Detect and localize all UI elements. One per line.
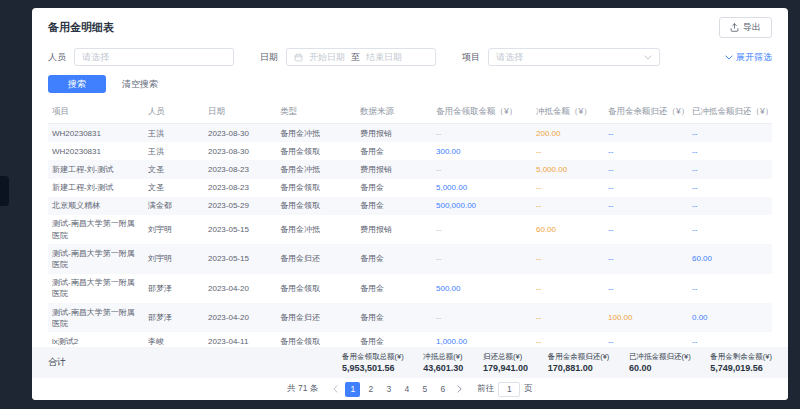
cell-offset_return: -- <box>688 142 772 160</box>
page-button[interactable]: 1 <box>345 382 360 397</box>
cell-received: 5,000.00 <box>432 179 532 197</box>
page-header: 备用金明细表 导出 <box>32 8 788 43</box>
cell-offset_return: -- <box>688 274 772 303</box>
cell-project: 新建工程-刘-测试 <box>48 179 144 197</box>
date-range-picker[interactable]: 开始日期 至 结束日期 <box>286 48 436 66</box>
summary-item-value: 5,953,501.56 <box>342 363 404 373</box>
summary-item: 备用金余额归还(¥)170,881.00 <box>548 352 610 373</box>
cell-offset_return: -- <box>688 179 772 197</box>
summary-item-value: 43,601.30 <box>423 363 463 373</box>
cell-offset: -- <box>532 303 604 332</box>
cell-balance_return: -- <box>604 244 688 273</box>
summary-item-label: 备用金领取总额(¥) <box>342 352 404 362</box>
cell-project: 北京顺义精林 <box>48 197 144 215</box>
pagination-total: 共 71 条 <box>287 383 318 395</box>
expand-filters-link[interactable]: 展开筛选 <box>725 51 772 64</box>
cell-offset_return: -- <box>688 197 772 215</box>
cell-source: 备用金 <box>356 179 432 197</box>
summary-bar: 合计 备用金领取总额(¥)5,953,501.56冲抵总额(¥)43,601.3… <box>32 347 788 378</box>
page-button[interactable]: 4 <box>399 382 414 397</box>
summary-label: 合计 <box>48 356 342 369</box>
cell-offset_return: 0.00 <box>688 303 772 332</box>
cell-received: -- <box>432 244 532 273</box>
table-row: 北京顺义精林满金都2023-05-29备用金领取备用金500,000.00---… <box>48 197 772 215</box>
summary-item: 备用金领取总额(¥)5,953,501.56 <box>342 352 404 373</box>
cell-offset_return: -- <box>688 124 772 143</box>
summary-item-value: 170,881.00 <box>548 363 610 373</box>
pagination-bar: 共 71 条 123456 前往 页 <box>32 378 788 400</box>
cell-offset: -- <box>532 179 604 197</box>
cell-offset_return: 60.00 <box>688 244 772 273</box>
cell-date: 2023-05-29 <box>204 197 276 215</box>
clear-search-button[interactable]: 清空搜索 <box>122 78 158 91</box>
column-header: 数据来源 <box>356 101 432 124</box>
cell-received: 300.00 <box>432 142 532 160</box>
cell-offset: -- <box>532 142 604 160</box>
page-button[interactable]: 6 <box>435 382 450 397</box>
goto-label: 前往 <box>477 383 494 395</box>
cell-person: 邵梦泽 <box>144 274 204 303</box>
cell-project: 测试-南昌大学第一附属医院 <box>48 244 144 273</box>
cell-type: 备用金归还 <box>276 303 356 332</box>
cell-balance_return: -- <box>604 160 688 178</box>
page-button[interactable]: 2 <box>363 382 378 397</box>
project-select[interactable]: 请选择 <box>488 48 660 66</box>
prev-page-button[interactable] <box>331 385 340 393</box>
date-end-placeholder: 结束日期 <box>366 51 402 64</box>
project-select-placeholder: 请选择 <box>496 51 523 64</box>
sidebar-drawer-handle[interactable] <box>0 176 9 206</box>
cell-received: -- <box>432 303 532 332</box>
summary-item-label: 备用金余额归还(¥) <box>548 352 610 362</box>
cell-source: 备用金 <box>356 142 432 160</box>
goto-page-input[interactable] <box>498 382 520 397</box>
column-header: 项目 <box>48 101 144 124</box>
cell-type: 备用金领取 <box>276 142 356 160</box>
expand-filters-label: 展开筛选 <box>736 51 772 64</box>
cell-offset: 60.00 <box>532 215 604 244</box>
export-button-label: 导出 <box>743 21 761 34</box>
cell-type: 备用金归还 <box>276 244 356 273</box>
table-row: 新建工程-刘-测试文圣2023-08-23备用金冲抵费用报销--5,000.00… <box>48 160 772 178</box>
column-header: 人员 <box>144 101 204 124</box>
cell-source: 备用金 <box>356 244 432 273</box>
page-button[interactable]: 5 <box>417 382 432 397</box>
page-title: 备用金明细表 <box>48 20 114 35</box>
cell-offset_return: -- <box>688 160 772 178</box>
chevron-down-icon <box>644 55 652 60</box>
table-row: 测试-南昌大学第一附属医院刘宇明2023-05-15备用金归还备用金------… <box>48 244 772 273</box>
export-button[interactable]: 导出 <box>719 17 772 38</box>
cell-person: 满金都 <box>144 197 204 215</box>
cell-source: 备用金 <box>356 197 432 215</box>
date-filter-label: 日期 <box>260 51 278 64</box>
cell-project: 测试-南昌大学第一附属医院 <box>48 303 144 332</box>
project-filter-label: 项目 <box>462 51 480 64</box>
cell-received: -- <box>432 160 532 178</box>
cell-project: WH20230831 <box>48 142 144 160</box>
cell-balance_return: 100.00 <box>604 303 688 332</box>
data-table-container: 项目人员日期类型数据来源备用金领取金额（¥）冲抵金额（¥）备用金余额归还（¥）已… <box>32 101 788 347</box>
cell-balance_return: -- <box>604 142 688 160</box>
cell-source: 费用报销 <box>356 160 432 178</box>
cell-source: 费用报销 <box>356 215 432 244</box>
summary-item: 冲抵总额(¥)43,601.30 <box>423 352 463 373</box>
next-page-button[interactable] <box>455 385 464 393</box>
cell-offset: -- <box>532 274 604 303</box>
summary-item-label: 已冲抵金额归还(¥) <box>629 352 691 362</box>
cell-received: 1,000.00 <box>432 332 532 347</box>
cell-source: 费用报销 <box>356 124 432 143</box>
cell-project: 测试-南昌大学第一附属医院 <box>48 215 144 244</box>
page-button[interactable]: 3 <box>381 382 396 397</box>
cell-offset: 5,000.00 <box>532 160 604 178</box>
cell-balance_return: -- <box>604 124 688 143</box>
cell-received: -- <box>432 215 532 244</box>
summary-item-label: 归还总额(¥) <box>483 352 528 362</box>
date-separator: 至 <box>351 51 360 64</box>
calendar-icon <box>294 53 303 62</box>
summary-items: 备用金领取总额(¥)5,953,501.56冲抵总额(¥)43,601.30归还… <box>342 352 772 373</box>
table-body: WH20230831王洪2023-08-30备用金冲抵费用报销--200.00-… <box>48 124 772 348</box>
filter-actions: 搜索 清空搜索 <box>32 69 788 101</box>
table-row: 新建工程-刘-测试文圣2023-08-23备用金领取备用金5,000.00---… <box>48 179 772 197</box>
person-select[interactable] <box>74 48 234 66</box>
search-button[interactable]: 搜索 <box>48 75 106 93</box>
summary-item-label: 备用金剩余金额(¥) <box>710 352 772 362</box>
